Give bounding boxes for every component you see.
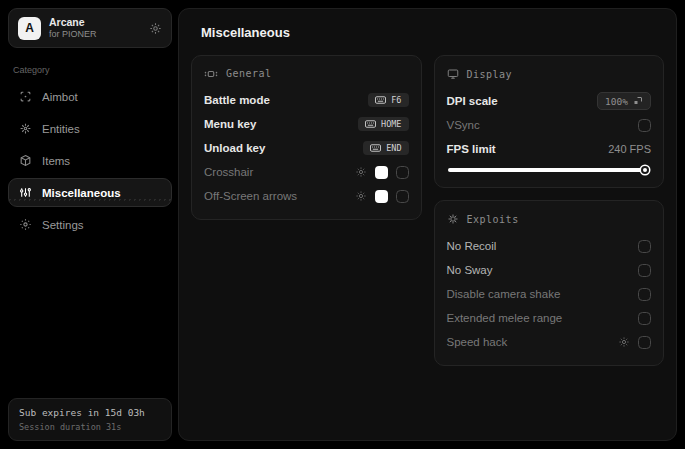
slider-handle[interactable]: [641, 166, 649, 174]
setting-row-extended-melee-range: Extended melee range: [447, 306, 652, 330]
brand-card: A Arcane for PIONER: [8, 8, 172, 48]
sidebar-item-items[interactable]: Items: [8, 146, 172, 175]
sub-expires-text: Sub expires in 15d 03h: [19, 407, 161, 418]
brand-title: Arcane: [49, 16, 97, 29]
sidebar-item-miscellaneous[interactable]: Miscellaneous: [8, 178, 172, 207]
category-label: Category: [13, 65, 167, 75]
brand-subtitle: for PIONER: [49, 29, 97, 40]
setting-row-fps-limit: FPS limit 240 FPS: [447, 137, 652, 161]
setting-row-menu-key: Menu key HOME: [204, 112, 409, 136]
scale-icon: [633, 96, 643, 106]
keyboard-icon: [370, 144, 381, 152]
color-swatch[interactable]: [375, 166, 388, 179]
display-card: Display DPI scale 100% VSync: [434, 55, 665, 188]
sidebar-item-aimbot[interactable]: Aimbot: [8, 82, 172, 111]
setting-label: DPI scale: [447, 95, 498, 107]
miscellaneous-icon: [18, 186, 32, 199]
aimbot-icon: [18, 90, 32, 103]
color-swatch[interactable]: [375, 190, 388, 203]
keybind-value: F6: [391, 95, 401, 105]
settings-icon: [18, 218, 32, 231]
sidebar-item-label: Miscellaneous: [42, 187, 121, 199]
setting-row-vsync: VSync: [447, 113, 652, 137]
display-icon: [447, 68, 459, 80]
keybind-button[interactable]: END: [363, 141, 408, 155]
setting-row-battle-mode: Battle mode F6: [204, 88, 409, 112]
setting-label: No Sway: [447, 264, 493, 276]
general-icon: [204, 69, 218, 79]
keybind-button[interactable]: HOME: [358, 117, 408, 131]
setting-label: Battle mode: [204, 94, 270, 106]
setting-label: No Recoil: [447, 240, 497, 252]
sidebar-item-settings[interactable]: Settings: [8, 210, 172, 239]
gear-icon[interactable]: [355, 190, 367, 202]
setting-label: VSync: [447, 119, 480, 131]
gear-icon[interactable]: [618, 336, 630, 348]
dpi-scale-value: 100%: [605, 96, 628, 107]
setting-row-disable-camera-shake: Disable camera shake: [447, 282, 652, 306]
entities-icon: [18, 122, 32, 135]
setting-row-speed-hack: Speed hack: [447, 330, 652, 354]
setting-row-no-recoil: No Recoil: [447, 234, 652, 258]
dpi-scale-select[interactable]: 100%: [597, 92, 651, 110]
card-header-label: General: [226, 68, 272, 79]
setting-label: Disable camera shake: [447, 288, 561, 300]
setting-label: Menu key: [204, 118, 256, 130]
setting-label: Crosshair: [204, 166, 253, 178]
items-icon: [18, 154, 32, 167]
crosshair-checkbox[interactable]: [396, 166, 409, 179]
fps-limit-slider[interactable]: [448, 165, 651, 175]
vsync-checkbox[interactable]: [638, 119, 651, 132]
app-window: A Arcane for PIONER Category Aimbot Enti…: [0, 0, 685, 449]
extended-melee-range-checkbox[interactable]: [638, 312, 651, 325]
card-header-label: Display: [467, 69, 513, 80]
no-recoil-checkbox[interactable]: [638, 240, 651, 253]
gear-icon[interactable]: [355, 166, 367, 178]
setting-row-crosshair: Crosshair: [204, 160, 409, 184]
setting-label: Unload key: [204, 142, 265, 154]
keybind-value: END: [386, 143, 401, 153]
brand-logo: A: [18, 17, 41, 40]
main-panel: Miscellaneous General Battle mode: [178, 8, 677, 441]
offscreen-arrows-checkbox[interactable]: [396, 190, 409, 203]
keybind-value: HOME: [381, 119, 401, 129]
speed-hack-checkbox[interactable]: [638, 336, 651, 349]
setting-label: Off-Screen arrows: [204, 190, 297, 202]
sidebar-item-label: Settings: [42, 219, 84, 231]
subscription-info: Sub expires in 15d 03h Session duration …: [8, 398, 172, 441]
sidebar-item-label: Items: [42, 155, 70, 167]
settings-icon[interactable]: [149, 22, 162, 35]
setting-row-unload-key: Unload key END: [204, 136, 409, 160]
setting-row-dpi-scale: DPI scale 100%: [447, 89, 652, 113]
setting-row-offscreen-arrows: Off-Screen arrows: [204, 184, 409, 208]
session-duration-text: Session duration 31s: [19, 422, 161, 432]
setting-row-no-sway: No Sway: [447, 258, 652, 282]
keyboard-icon: [375, 96, 386, 104]
fps-limit-value: 240 FPS: [608, 143, 651, 155]
setting-label: FPS limit: [447, 143, 496, 155]
sidebar-item-label: Entities: [42, 123, 80, 135]
sidebar-item-label: Aimbot: [42, 91, 78, 103]
exploits-card: Exploits No Recoil No Sway Disable camer…: [434, 200, 665, 366]
no-sway-checkbox[interactable]: [638, 264, 651, 277]
page-title: Miscellaneous: [201, 25, 664, 40]
setting-label: Speed hack: [447, 336, 508, 348]
general-card: General Battle mode F6 Menu key H: [191, 55, 422, 220]
card-header-label: Exploits: [467, 214, 519, 225]
exploits-icon: [447, 213, 459, 225]
sidebar: A Arcane for PIONER Category Aimbot Enti…: [8, 8, 172, 441]
setting-label: Extended melee range: [447, 312, 563, 324]
keyboard-icon: [365, 120, 376, 128]
disable-camera-shake-checkbox[interactable]: [638, 288, 651, 301]
sidebar-item-entities[interactable]: Entities: [8, 114, 172, 143]
keybind-button[interactable]: F6: [368, 93, 408, 107]
